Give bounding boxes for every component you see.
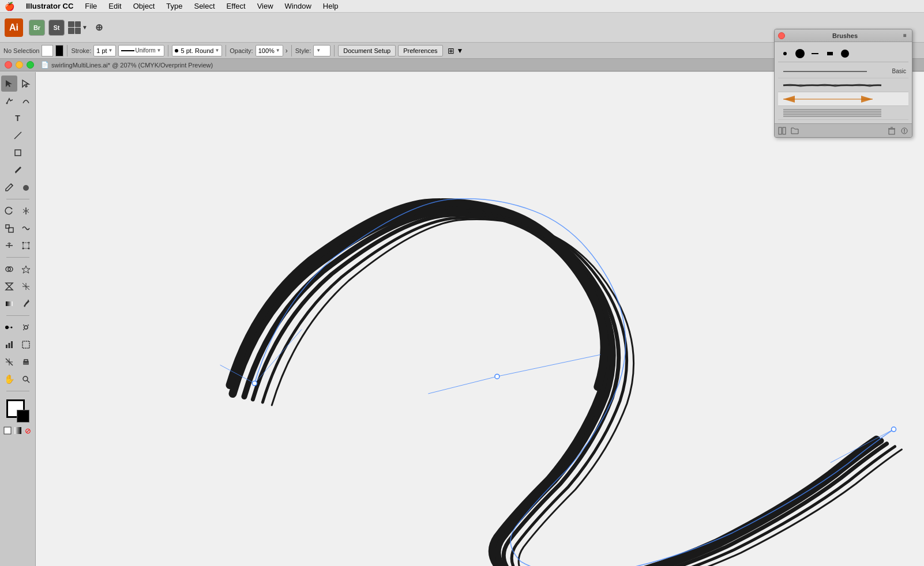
eraser-tool[interactable]: [18, 354, 34, 370]
tool-divider-3: [6, 315, 29, 316]
brush-size-select[interactable]: 5 pt. Round ▼: [172, 45, 223, 56]
brush-preset-2[interactable]: [794, 48, 806, 59]
paintbrush-tool[interactable]: [10, 162, 26, 178]
brush-preset-5[interactable]: [839, 48, 851, 59]
menu-illustrator[interactable]: Illustrator CC: [21, 1, 78, 12]
artboard-tool[interactable]: [18, 337, 34, 353]
hand-tool[interactable]: ✋: [1, 371, 17, 387]
menu-help[interactable]: Help: [318, 1, 343, 12]
slice-tool[interactable]: [1, 354, 17, 370]
brushes-library-icon[interactable]: [777, 126, 787, 136]
brushes-folder-icon[interactable]: [790, 126, 800, 136]
brush-item-basic[interactable]: Basic: [778, 65, 908, 78]
warp-tool[interactable]: [18, 220, 34, 236]
brush-preset-1[interactable]: [779, 48, 791, 59]
selection-tool[interactable]: [1, 76, 17, 92]
svg-rect-66: [779, 127, 782, 134]
brushes-options-icon[interactable]: [899, 126, 910, 136]
free-transform-tool[interactable]: [18, 237, 34, 254]
reflect-tool[interactable]: [18, 203, 34, 219]
column-graph-tool[interactable]: [1, 337, 17, 353]
menu-view[interactable]: View: [253, 1, 278, 12]
svg-rect-32: [11, 341, 13, 348]
mesh-tool[interactable]: [18, 278, 34, 295]
drawing-canvas[interactable]: [36, 72, 924, 566]
none-mode-icon[interactable]: ⊘: [24, 426, 33, 435]
fill-color-box[interactable]: [42, 45, 53, 56]
color-mode-icon[interactable]: [3, 426, 12, 435]
stroke-type-select[interactable]: Uniform ▼: [118, 45, 164, 56]
pen-tool[interactable]: [1, 93, 17, 109]
zoom-tool[interactable]: [18, 371, 34, 387]
svg-line-3: [11, 184, 13, 186]
svg-point-13: [28, 248, 30, 250]
svg-point-27: [23, 324, 24, 326]
bridge-icon[interactable]: Br: [29, 20, 45, 36]
brushes-panel-title: Brushes: [788, 32, 902, 39]
scale-tool[interactable]: [1, 220, 17, 236]
brush-item-charcoal[interactable]: [778, 78, 908, 92]
shape-builder-tool[interactable]: [1, 261, 17, 277]
blend-tool[interactable]: [1, 319, 17, 335]
menu-effect[interactable]: Effect: [222, 1, 250, 12]
svg-point-28: [28, 324, 29, 326]
tool-divider-4: [6, 391, 29, 391]
menu-object[interactable]: Object: [129, 1, 160, 12]
fill-swatch[interactable]: [17, 410, 29, 422]
brushes-panel-close[interactable]: [778, 32, 785, 39]
menu-edit[interactable]: Edit: [104, 1, 126, 12]
stroke-label: Stroke:: [71, 47, 91, 54]
minimize-button[interactable]: [16, 61, 23, 69]
live-paint-tool[interactable]: [18, 261, 34, 277]
line-segment-tool[interactable]: [10, 127, 26, 144]
svg-point-23: [5, 326, 9, 329]
direct-selection-tool[interactable]: [18, 76, 34, 92]
svg-rect-41: [4, 427, 11, 434]
perspective-grid-tool[interactable]: [1, 278, 17, 295]
maximize-button[interactable]: [27, 61, 34, 69]
gradient-mode-icon[interactable]: [13, 426, 22, 435]
brush-preset-3[interactable]: [809, 48, 821, 59]
pencil-tool[interactable]: [1, 179, 17, 195]
rotate-tool[interactable]: [1, 203, 17, 219]
svg-point-22: [28, 300, 29, 301]
document-setup-button[interactable]: Document Setup: [338, 45, 396, 56]
svg-point-29: [23, 329, 24, 330]
menu-select[interactable]: Select: [189, 1, 219, 12]
opacity-select[interactable]: 100% ▼: [256, 45, 283, 56]
arrange-icon[interactable]: ⊞: [448, 46, 455, 55]
rectangle-tool[interactable]: [10, 145, 26, 161]
menu-file[interactable]: File: [80, 1, 102, 12]
brush-item-arrow[interactable]: [778, 92, 908, 106]
type-tool[interactable]: T: [10, 110, 26, 126]
brushes-delete-icon[interactable]: [887, 126, 897, 136]
blob-brush-tool[interactable]: [18, 179, 34, 195]
menu-window[interactable]: Window: [280, 1, 316, 12]
workspace-icon[interactable]: ⊕: [91, 20, 107, 36]
preferences-button[interactable]: Preferences: [398, 45, 442, 56]
svg-marker-60: [861, 96, 873, 103]
width-tool[interactable]: [1, 237, 17, 254]
stock-icon[interactable]: St: [48, 20, 65, 36]
svg-point-10: [22, 242, 24, 244]
eyedropper-tool[interactable]: [18, 296, 34, 312]
close-button[interactable]: [5, 61, 12, 69]
style-select[interactable]: ▼: [313, 45, 330, 56]
symbol-sprayer-tool[interactable]: [18, 319, 34, 335]
arrange-dropdown-arrow[interactable]: ▼: [457, 47, 464, 55]
svg-point-49: [495, 374, 499, 379]
apple-menu[interactable]: 🍎: [5, 2, 14, 11]
stroke-color-box[interactable]: [55, 45, 63, 56]
stroke-weight-select[interactable]: 1 pt ▼: [93, 45, 115, 56]
arrange-windows-button[interactable]: ▼: [68, 21, 88, 34]
brushes-panel: Brushes ≡: [774, 29, 912, 138]
svg-point-26: [24, 326, 28, 329]
opacity-expand[interactable]: ›: [286, 47, 288, 55]
brush-preset-4[interactable]: [824, 48, 836, 59]
brush-item-lines[interactable]: [778, 106, 908, 120]
menu-type[interactable]: Type: [161, 1, 187, 12]
brushes-panel-collapse[interactable]: ≡: [902, 32, 908, 39]
brush-charcoal-preview: [780, 81, 906, 90]
curvature-tool[interactable]: [18, 93, 34, 109]
gradient-tool[interactable]: [1, 296, 17, 312]
